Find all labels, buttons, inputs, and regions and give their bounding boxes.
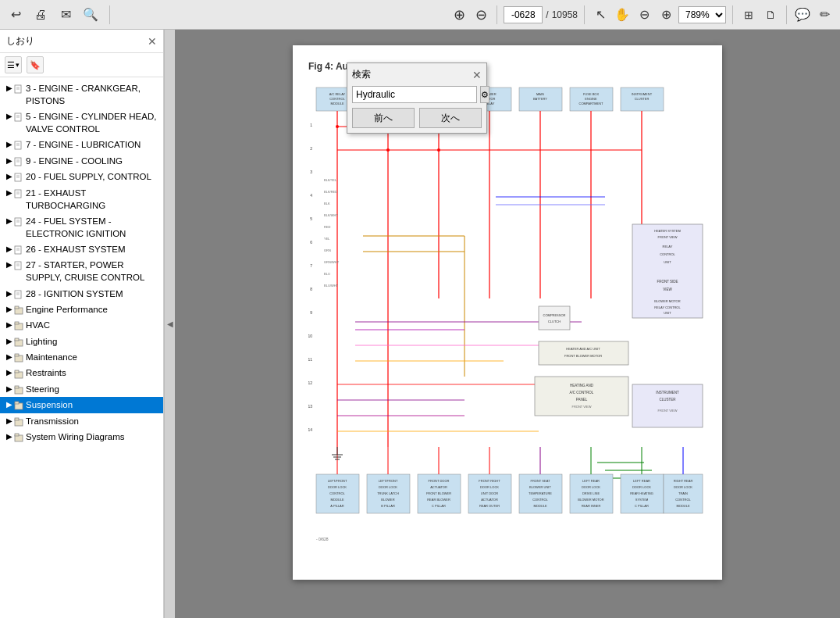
svg-text:DOOR LOCK: DOOR LOCK <box>582 485 600 489</box>
sidebar-item-item-3[interactable]: ▶3 - ENGINE - CRANKGEAR, PISTONS <box>0 80 163 109</box>
tree-item-label: 20 - FUEL SUPPLY, CONTROL <box>26 170 160 183</box>
svg-text:VIEW: VIEW <box>663 288 672 291</box>
zoom-in-btn[interactable]: ⊕ <box>657 5 675 24</box>
svg-point-210 <box>336 125 339 128</box>
svg-text:CLUSTER: CLUSTER <box>659 398 676 402</box>
zoom-select[interactable]: 789% 100% 150% 200% <box>678 6 726 23</box>
svg-rect-35 <box>15 338 19 341</box>
back-icon[interactable]: ↩ <box>6 5 25 24</box>
svg-text:HEATER SYSTEM: HEATER SYSTEM <box>654 229 681 233</box>
comment-icon[interactable]: 💬 <box>793 5 812 24</box>
tree-arrow: ▶ <box>6 111 12 122</box>
print-icon[interactable]: 🖨 <box>31 5 50 24</box>
tree-arrow: ▶ <box>6 188 12 198</box>
sidebar-item-item-26[interactable]: ▶26 - EXHAUST SYSTEM <box>0 241 163 257</box>
svg-text:C PILLAR: C PILLAR <box>635 504 649 508</box>
sidebar-item-item-wiring[interactable]: ▶System Wiring Diagrams <box>0 429 163 445</box>
sidebar-item-item-lighting[interactable]: ▶Lighting <box>0 334 163 349</box>
toolbar: ↩ 🖨 ✉ 🔍 ⊕ ⊖ -0628 / 10958 ↖ ✋ ⊖ ⊕ 789% 1… <box>0 0 840 30</box>
sidebar-item-item-restraints[interactable]: ▶Restraints <box>0 365 163 380</box>
svg-text:BLOWER MOTOR: BLOWER MOTOR <box>578 498 603 502</box>
tree-item-icon <box>14 244 23 255</box>
sidebar-item-item-suspension[interactable]: ▶Suspension <box>0 397 163 413</box>
tree-arrow: ▶ <box>6 399 12 410</box>
cursor-tool-icon[interactable]: ↖ <box>591 5 610 24</box>
download-icon[interactable]: ⊖ <box>472 5 490 24</box>
svg-text:DOOR LOCK: DOOR LOCK <box>379 485 397 489</box>
sidebar-item-item-5[interactable]: ▶5 - ENGINE - CYLINDER HEAD, VALVE CONTR… <box>0 109 163 137</box>
total-pages-value: 10958 <box>552 9 578 20</box>
sidebar-item-item-ep[interactable]: ▶Engine Performance <box>0 302 163 317</box>
zoom-out-btn[interactable]: ⊖ <box>635 5 653 24</box>
list-view-icon[interactable]: ☰ <box>5 56 22 73</box>
svg-point-211 <box>386 148 390 152</box>
tree-item-label: 5 - ENGINE - CYLINDER HEAD, VALVE CONTRO… <box>26 110 160 135</box>
svg-text:BLK/WHT: BLK/WHT <box>324 213 338 217</box>
sidebar-item-item-21[interactable]: ▶21 - EXHAUST TURBOCHARGING <box>0 185 163 213</box>
sidebar-item-item-maintenance[interactable]: ▶Maintenance <box>0 349 163 365</box>
sidebar-item-item-27[interactable]: ▶27 - STARTER, POWER SUPPLY, CRUISE CONT… <box>0 257 163 285</box>
fit-width-icon[interactable]: 🗋 <box>761 5 780 24</box>
svg-text:ACTUATOR: ACTUATOR <box>481 498 498 502</box>
svg-rect-45 <box>15 418 19 420</box>
svg-text:COMPRESSOR: COMPRESSOR <box>543 313 566 317</box>
svg-text:FRONT SEAT: FRONT SEAT <box>531 479 551 483</box>
current-page-input[interactable]: -0628 <box>504 6 543 23</box>
svg-text:CONTROL: CONTROL <box>675 498 691 502</box>
tree-item-icon <box>14 216 23 227</box>
zoom-fit-icon[interactable]: 🔍 <box>81 5 100 24</box>
sidebar-item-item-7[interactable]: ▶7 - ENGINE - LUBRICATION <box>0 137 163 152</box>
tree-item-label: 9 - ENGINE - COOLING <box>26 155 160 167</box>
edit-icon[interactable]: ✏ <box>815 5 834 24</box>
svg-text:RED: RED <box>324 225 331 229</box>
sidebar-close-button[interactable]: ✕ <box>148 35 157 48</box>
sidebar-item-item-hvac[interactable]: ▶HVAC <box>0 317 163 333</box>
svg-text:TRAIN: TRAIN <box>678 491 688 495</box>
svg-text:LEFT/FRONT: LEFT/FRONT <box>379 479 398 483</box>
svg-text:6: 6 <box>310 240 312 245</box>
svg-text:MODULE: MODULE <box>533 504 546 508</box>
tree-item-label: 28 - IGNITION SYSTEM <box>26 288 160 300</box>
search-popup-title: 検索 <box>352 68 371 81</box>
tree-item-label: 26 - EXHAUST SYSTEM <box>26 243 160 255</box>
svg-text:FRONT VIEW: FRONT VIEW <box>657 235 677 239</box>
tree-arrow: ▶ <box>6 431 12 442</box>
email-icon[interactable]: ✉ <box>56 5 75 24</box>
sidebar-title: しおり <box>6 34 144 48</box>
svg-text:DOOR LOCK: DOOR LOCK <box>632 485 651 489</box>
sidebar-item-item-28[interactable]: ▶28 - IGNITION SYSTEM <box>0 286 163 302</box>
tree-arrow: ▶ <box>6 139 12 150</box>
search-popup-close[interactable]: ✕ <box>472 69 482 81</box>
total-pages: / <box>546 9 548 20</box>
svg-text:FRONT RIGHT: FRONT RIGHT <box>479 479 500 483</box>
sidebar-item-item-24[interactable]: ▶24 - FUEL SYSTEM - ELECTRONIC IGNITION <box>0 213 163 241</box>
sidebar-item-item-steering[interactable]: ▶Steering <box>0 381 163 397</box>
svg-rect-43 <box>15 402 19 404</box>
collapse-panel-handle[interactable]: ◀ <box>164 30 175 618</box>
svg-text:7: 7 <box>310 263 312 268</box>
sidebar-item-item-9[interactable]: ▶9 - ENGINE - COOLING <box>0 153 163 169</box>
hand-tool-icon[interactable]: ✋ <box>613 5 632 24</box>
svg-rect-37 <box>15 354 19 356</box>
tree-arrow: ▶ <box>6 288 12 299</box>
search-settings-button[interactable]: ⚙ <box>480 86 489 103</box>
search-input[interactable] <box>352 86 477 103</box>
tree-item-icon <box>14 304 23 316</box>
svg-text:4: 4 <box>310 193 312 198</box>
svg-text:FRONT BLOWER: FRONT BLOWER <box>426 491 451 495</box>
sidebar-item-item-transmission[interactable]: ▶Transmission <box>0 413 163 429</box>
tree-arrow: ▶ <box>6 304 12 315</box>
sidebar-toolbar: ☰ 🔖 <box>0 53 163 77</box>
search-next-button[interactable]: 次へ <box>419 108 482 128</box>
svg-text:DOOR LOCK: DOOR LOCK <box>480 485 499 489</box>
svg-text:ENGINE: ENGINE <box>585 97 597 101</box>
svg-text:TEMPERATURE: TEMPERATURE <box>529 491 552 495</box>
bookmark-icon[interactable]: 🔖 <box>27 56 44 73</box>
sidebar-item-item-20[interactable]: ▶20 - FUEL SUPPLY, CONTROL <box>0 169 163 184</box>
search-prev-button[interactable]: 前へ <box>352 108 415 128</box>
svg-text:- 0/628: - 0/628 <box>316 537 329 541</box>
content-area[interactable]: 検索 ✕ ⚙ 前へ 次へ Fig 4: Automatic A/C Circui… <box>175 30 840 618</box>
svg-text:B PILLAR: B PILLAR <box>381 504 395 508</box>
circular-arrow-icon[interactable]: ⊕ <box>450 5 468 24</box>
fit-page-icon[interactable]: ⊞ <box>739 5 758 24</box>
